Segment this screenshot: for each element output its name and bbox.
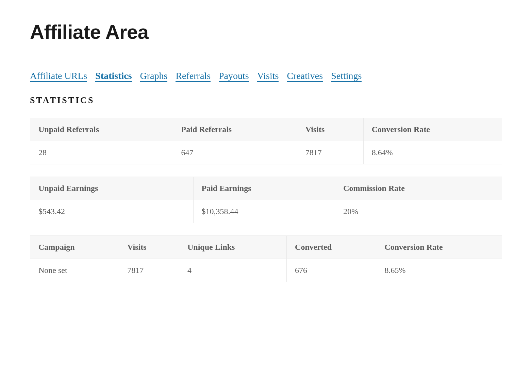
col-converted: Converted (287, 236, 376, 259)
col-unpaid-referrals: Unpaid Referrals (30, 118, 173, 141)
tab-statistics[interactable]: Statistics (95, 70, 132, 82)
tab-affiliate-urls[interactable]: Affiliate URLs (30, 70, 87, 82)
cell-unpaid-earnings: $543.42 (30, 200, 194, 223)
col-campaign: Campaign (30, 236, 119, 259)
tab-graphs[interactable]: Graphs (140, 70, 168, 82)
page-title: Affiliate Area (30, 20, 502, 43)
cell-campaign: None set (30, 259, 119, 282)
cell-paid-earnings: $10,358.44 (193, 200, 335, 223)
earnings-table: Unpaid Earnings Paid Earnings Commission… (30, 177, 502, 223)
table-row: 28 647 7817 8.64% (30, 141, 502, 164)
tab-referrals[interactable]: Referrals (176, 70, 211, 82)
col-visits: Visits (119, 236, 179, 259)
cell-visits: 7817 (297, 141, 363, 164)
col-unique-links: Unique Links (179, 236, 287, 259)
campaign-table: Campaign Visits Unique Links Converted C… (30, 235, 502, 282)
table-header-row: Unpaid Earnings Paid Earnings Commission… (30, 177, 502, 200)
table-header-row: Unpaid Referrals Paid Referrals Visits C… (30, 118, 502, 141)
cell-paid-referrals: 647 (173, 141, 297, 164)
referrals-table: Unpaid Referrals Paid Referrals Visits C… (30, 118, 502, 164)
col-conversion-rate: Conversion Rate (376, 236, 502, 259)
cell-unique-links: 4 (179, 259, 287, 282)
col-paid-referrals: Paid Referrals (173, 118, 297, 141)
tab-payouts[interactable]: Payouts (219, 70, 249, 82)
tab-settings[interactable]: Settings (331, 70, 362, 82)
tab-navigation: Affiliate URLs Statistics Graphs Referra… (30, 70, 502, 82)
tab-creatives[interactable]: Creatives (287, 70, 323, 82)
tab-visits[interactable]: Visits (257, 70, 279, 82)
cell-commission-rate: 20% (335, 200, 502, 223)
table-row: None set 7817 4 676 8.65% (30, 259, 502, 282)
cell-conversion-rate: 8.65% (376, 259, 502, 282)
table-row: $543.42 $10,358.44 20% (30, 200, 502, 223)
cell-unpaid-referrals: 28 (30, 141, 173, 164)
col-conversion-rate: Conversion Rate (363, 118, 502, 141)
cell-converted: 676 (287, 259, 376, 282)
col-visits: Visits (297, 118, 363, 141)
section-title: STATISTICS (30, 95, 502, 105)
cell-conversion-rate: 8.64% (363, 141, 502, 164)
col-commission-rate: Commission Rate (335, 177, 502, 200)
col-paid-earnings: Paid Earnings (193, 177, 335, 200)
table-header-row: Campaign Visits Unique Links Converted C… (30, 236, 502, 259)
col-unpaid-earnings: Unpaid Earnings (30, 177, 194, 200)
cell-visits: 7817 (119, 259, 179, 282)
